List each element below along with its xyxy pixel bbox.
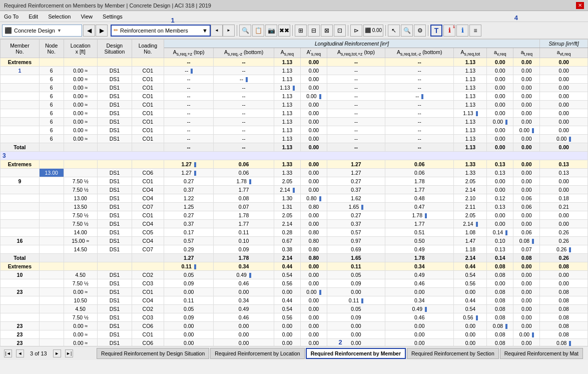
col-avt: avt,req	[540, 48, 588, 58]
table-row: 6 0.00 ≈ DS1 CO1 -- -- 1.13 0.00 -- -- 1…	[1, 109, 588, 118]
concrete-design-icon: ⬛	[5, 27, 12, 34]
dropdown-prev[interactable]: ◄	[211, 25, 223, 37]
col-as-bottom: As,req,-z (bottom)	[214, 48, 274, 58]
toolbar: ⬛ Concrete Design ▼ ◀ ▶ 1 ✏ Reinforcemen…	[0, 22, 588, 39]
table-row: 7.50 ½ DS1 CO3 0.09 0.46 0.56 0.00 0.09 …	[1, 279, 588, 288]
menu-bar: Go To Edit Selection View Settings	[0, 11, 588, 22]
col-node: NodeNo.	[39, 40, 64, 58]
sep5	[428, 25, 428, 36]
table2-btn[interactable]: ⊟	[308, 25, 320, 37]
col-as-tot-bottom: As,req,tot,-z (bottom)	[385, 48, 454, 58]
table-row: 7.50 ½ DS1 CO1 0.27 1.78 2.05 0.00 0.27 …	[1, 211, 588, 220]
lines-icon: ≡	[473, 27, 477, 34]
extremes-row-10: Extremes 0.11 0.34 0.44 0.00 0.11 0.34 0…	[1, 262, 588, 271]
table-row: 1 6 0.00 ≈ DS1 CO1 -- -- 1.13 0.00 -- --…	[1, 67, 588, 75]
info-icon: ℹ	[448, 27, 451, 34]
sep2	[292, 25, 293, 36]
last-page-button[interactable]: ►|	[65, 349, 73, 357]
extremes-label-1: Extremes	[1, 58, 40, 67]
page-info: 3 of 13	[30, 350, 47, 356]
menu-goto[interactable]: Go To	[2, 13, 21, 21]
prev-page-button[interactable]: ◄	[16, 349, 24, 357]
zoom-icon: 🔍	[403, 27, 411, 34]
table-row: 6 0.00 ≈ DS1 CO1 -- -- 1.13 0.00 -- -- 1…	[1, 126, 588, 135]
filter-btn[interactable]: ⊳	[350, 25, 362, 37]
title-bar: Required Reinforcement on Members by Mem…	[0, 0, 588, 11]
menu-settings[interactable]: Settings	[101, 13, 125, 21]
col-av: av,req	[487, 48, 513, 58]
view-icon: ✏	[114, 27, 118, 34]
btn-lines[interactable]: ≡	[469, 25, 481, 37]
table-row: 23 0.00 ≈ DS1 CO6 0.00 0.00 0.00 0.00 0.…	[1, 322, 588, 330]
copy-icon: 📋	[255, 27, 262, 34]
table-row: 14.00 DS1 CO5 0.17 0.11 0.28 0.80 0.57 0…	[1, 228, 588, 237]
tab-by-section[interactable]: Required Reinforcement by Section	[407, 348, 499, 359]
table1-btn[interactable]: ⊞	[295, 25, 307, 37]
col-as-tot-top: As,req,tot,+z (top)	[327, 48, 385, 58]
col-location: Locationx [ft]	[64, 40, 97, 58]
member-num	[1, 169, 40, 177]
export-icon: ✖✖	[279, 27, 289, 34]
table-container: MemberNo. NodeNo. Locationx [ft] DesignS…	[0, 39, 588, 346]
btn-info1[interactable]: ℹ 1	[443, 25, 455, 37]
table-row: 16 15.00 ≈ DS1 CO4 0.57 0.10 0.67 0.80 0…	[1, 237, 588, 245]
tab-by-situation[interactable]: Required Reinforcement by Design Situati…	[97, 348, 209, 359]
settings2-btn[interactable]: ⚙	[414, 25, 426, 37]
prev-button[interactable]: ◀	[83, 25, 95, 37]
table-row: 6 0.00 ≈ DS1 CO1 -- -- 1.13 0.00 -- -- 1…	[1, 84, 588, 92]
value-btn[interactable]: ⬛ 0.00	[363, 25, 383, 37]
table-row: 4.50 DS1 CO2 0.05 0.49 0.54 0.00 0.05 0.…	[1, 305, 588, 313]
search-tool-button[interactable]: 🔍	[239, 25, 251, 37]
sep3	[348, 25, 348, 36]
photo-icon: 📷	[268, 27, 275, 34]
table3-btn[interactable]: ⊠	[321, 25, 333, 37]
export-btn[interactable]: ✖✖	[278, 25, 290, 37]
menu-view[interactable]: View	[79, 13, 95, 21]
tab-by-member[interactable]: Required Reinforcement by Member	[306, 348, 406, 359]
search-icon: 🔍	[242, 27, 249, 34]
col-loading: LoadingNo.	[132, 40, 164, 58]
col-group-longitudinal: Longitudinal Reinforcement [in²]	[164, 40, 539, 48]
filter-icon: ⊳	[354, 27, 359, 34]
label-4: 4	[514, 14, 518, 22]
table4-btn[interactable]: ⊡	[334, 25, 346, 37]
tab-by-location[interactable]: Required Reinforcement by Location	[210, 348, 304, 359]
col-as-tot: As,req,tot	[454, 48, 487, 58]
badge-1: 1	[453, 25, 455, 29]
select-icon: ↖	[391, 27, 396, 34]
col-as-prime: A's,req	[300, 48, 327, 58]
table-row: 13.00 DS1 CO6 1.27 0.06 1.33 0.00 1.27 0…	[1, 169, 588, 177]
col-group-stirrup: Stirrup [in²/ft]	[540, 40, 588, 48]
table-row: 23 0.00 ≈ DS1 CO1 0.00 0.00 0.00 0.00 0.…	[1, 288, 588, 296]
col-as-req: As,req	[274, 48, 300, 58]
table-row: 6 0.00 ≈ DS1 CO1 -- -- 1.13 0.00 -- -- 1…	[1, 118, 588, 126]
col-member: MemberNo.	[1, 40, 40, 58]
tab-by-mat[interactable]: Required Reinforcement by Mat	[500, 348, 583, 359]
table-row: 6 0.00 ≈ DS1 CO1 -- -- 1.13 0.00 -- -- 1…	[1, 101, 588, 109]
menu-selection[interactable]: Selection	[46, 13, 73, 21]
main-view-dropdown[interactable]: ✏ Reinforcement on Members ▼	[111, 25, 211, 37]
concrete-design-dropdown[interactable]: ⬛ Concrete Design ▼	[2, 25, 82, 37]
dropdown-next[interactable]: ►	[223, 25, 235, 37]
table4-icon: ⊡	[337, 27, 342, 34]
table-row: 6 0.00 ≈ DS1 CO1 -- -- 1.13 0.00 -- -- 1…	[1, 75, 588, 84]
section-header-3: 3	[1, 152, 588, 160]
table-row: 7.50 ½ DS1 CO3 0.09 0.46 0.56 0.00 0.09 …	[1, 313, 588, 322]
sep1	[237, 25, 237, 36]
menu-edit[interactable]: Edit	[27, 13, 40, 21]
photo-button[interactable]: 📷	[265, 25, 277, 37]
zoom-btn[interactable]: 🔍	[401, 25, 413, 37]
btn-info2[interactable]: ℹ	[456, 25, 468, 37]
concrete-design-label: Concrete Design	[14, 28, 55, 34]
copy-button[interactable]: 📋	[252, 25, 264, 37]
table-row: 9 7.50 ½ DS1 CO1 0.27 1.78 2.05 0.00 0.2…	[1, 177, 588, 186]
table-row: 6 0.00 ≈ DS1 CO1 -- -- 1.13 0.00 -- -- 1…	[1, 92, 588, 101]
select-btn[interactable]: ↖	[388, 25, 400, 37]
label-2: 2	[338, 338, 342, 346]
next-button[interactable]: ▶	[96, 25, 108, 37]
first-page-button[interactable]: |◄	[4, 349, 12, 357]
btn-T[interactable]: T	[430, 25, 442, 37]
close-button[interactable]: ✕	[576, 2, 584, 9]
extremes-row-3: Extremes 1.27 0.06 1.33 0.00 1.27 0.06 1…	[1, 160, 588, 169]
next-page-button[interactable]: ►	[53, 349, 61, 357]
